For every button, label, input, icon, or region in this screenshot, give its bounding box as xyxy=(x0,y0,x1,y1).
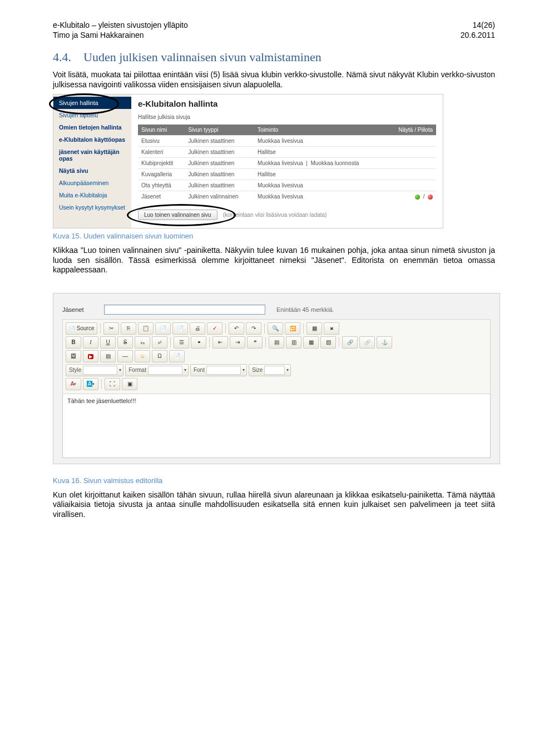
section-number: 4.4. xyxy=(53,50,71,64)
size-select[interactable]: Size▾ xyxy=(249,364,291,376)
align-left-icon[interactable] xyxy=(269,336,284,349)
format-select[interactable]: Format▾ xyxy=(125,364,189,376)
table-row: Etusivu Julkinen staattinen Muokkaa live… xyxy=(138,136,436,147)
link-muokkaa-luonnosta[interactable]: Muokkaa luonnosta xyxy=(311,160,359,166)
sidebar-item-omien-tietojen[interactable]: Omien tietojen hallinta xyxy=(53,121,131,133)
page-break-icon[interactable] xyxy=(169,350,185,362)
section-heading: 4.4.Uuden julkisen valinnaisen sivun val… xyxy=(53,50,495,64)
sidebar-item-ukk[interactable]: Usein kysytyt kysymykset xyxy=(53,201,131,213)
panel-subtitle: Hallitse julkisia sivuja xyxy=(138,114,436,120)
visibility-toggle[interactable]: / xyxy=(415,193,433,200)
hr-icon[interactable] xyxy=(117,350,133,362)
bg-color-icon[interactable]: ▾ xyxy=(83,378,98,390)
page-name-input[interactable] xyxy=(104,305,265,315)
find-icon[interactable] xyxy=(268,322,283,335)
figure-15-caption: Kuva 15. Uuden valinnaisen sivun luomine… xyxy=(53,232,495,240)
subscript-icon[interactable] xyxy=(135,336,150,349)
show-blocks-icon[interactable] xyxy=(122,378,137,390)
paste-word-icon[interactable] xyxy=(172,322,188,335)
select-all-icon[interactable] xyxy=(306,322,322,335)
name-hint: Enintään 45 merkkiä. xyxy=(276,306,334,313)
superscript-icon[interactable] xyxy=(152,336,167,349)
editor-content[interactable]: Tähän tee jäsenluettelo!!! xyxy=(62,394,491,458)
remove-format-icon[interactable] xyxy=(324,322,339,335)
anchor-icon[interactable] xyxy=(377,336,392,349)
header-page: 14(26) xyxy=(461,20,495,30)
strike-icon[interactable] xyxy=(117,336,133,349)
table-icon[interactable] xyxy=(100,350,116,362)
sidebar-item-nayta-sivu[interactable]: Näytä sivu xyxy=(53,165,131,177)
col-sivun-tyyppi: Sivun tyyppi xyxy=(185,125,255,136)
col-nayta-piilota: Näytä / Piilota xyxy=(386,125,436,136)
pages-table: Sivun nimi Sivun tyyppi Toiminto Näytä /… xyxy=(138,125,436,202)
sidebar-item-label: Sivujen hallinta xyxy=(59,100,98,106)
paste-text-icon[interactable] xyxy=(155,322,171,335)
paste-icon[interactable] xyxy=(138,322,154,335)
source-button[interactable]: Source xyxy=(66,322,97,335)
table-row: Kalenteri Julkinen staattinen Hallitse xyxy=(138,147,436,158)
style-select[interactable]: Style▾ xyxy=(66,364,123,376)
sidebar-item-alkuunpaaseminen[interactable]: Alkuunpääseminen xyxy=(53,177,131,189)
editor-toolbar: Source xyxy=(62,319,491,394)
italic-icon[interactable] xyxy=(83,336,98,349)
table-row: Jäsenet Julkinen valinnainen Muokkaa liv… xyxy=(138,191,436,202)
sidebar-item-muita-klubitaloja[interactable]: Muita e-Klubitaloja xyxy=(53,189,131,201)
create-optional-page-button[interactable]: Luo toinen valinnainen sivu xyxy=(138,210,217,220)
sidebar: Sivujen hallinta Sivujen lajittelu Omien… xyxy=(53,94,131,228)
underline-icon[interactable] xyxy=(100,336,116,349)
undo-icon[interactable] xyxy=(229,322,244,335)
name-field-label: Jäsenet xyxy=(62,306,93,313)
link-hallitse[interactable]: Hallitse xyxy=(258,171,276,177)
header-date: 20.6.2011 xyxy=(461,30,495,40)
link-muokkaa[interactable]: Muokkaa livesivua xyxy=(258,182,303,188)
replace-icon[interactable] xyxy=(285,322,300,335)
create-hint: (korkeintaan viisi lisäsivua voidaan lad… xyxy=(223,212,327,218)
image-icon[interactable] xyxy=(66,350,81,362)
outdent-icon[interactable] xyxy=(212,336,228,349)
sidebar-item-sivujen-lajittelu[interactable]: Sivujen lajittelu xyxy=(53,109,131,121)
indent-icon[interactable] xyxy=(230,336,245,349)
table-row: Klubiprojektit Julkinen staattinen Muokk… xyxy=(138,158,436,169)
figure-16-caption: Kuva 16. Sivun valmistus editorilla xyxy=(53,476,495,485)
paragraph-1: Voit lisätä, muokata tai piilottaa enint… xyxy=(53,70,495,89)
screenshot-admin-panel: Sivujen hallinta Sivujen lajittelu Omien… xyxy=(53,94,443,228)
col-toiminto: Toiminto xyxy=(254,125,386,136)
sidebar-item-kayttoopas[interactable]: e-Klubitalon käyttöopas xyxy=(53,133,131,146)
smiley-icon[interactable] xyxy=(135,350,150,362)
col-sivun-nimi: Sivun nimi xyxy=(138,125,185,136)
spellcheck-icon[interactable] xyxy=(207,322,222,335)
text-color-icon[interactable]: ▾ xyxy=(66,378,81,390)
ordered-list-icon[interactable] xyxy=(174,336,189,349)
flash-icon[interactable] xyxy=(83,350,98,362)
bold-icon[interactable] xyxy=(66,336,81,349)
sidebar-item-jasenet-opas[interactable]: jäsenet vain käyttäjän opas xyxy=(53,146,131,165)
link-muokkaa[interactable]: Muokkaa livesivua xyxy=(258,193,303,200)
section-title: Uuden julkisen valinnaisen sivun valmist… xyxy=(83,50,322,64)
table-row: Ota yhteyttä Julkinen staattinen Muokkaa… xyxy=(138,180,436,191)
maximize-icon[interactable] xyxy=(105,378,120,390)
link-muokkaa[interactable]: Muokkaa livesivua xyxy=(258,138,303,144)
cut-icon[interactable] xyxy=(103,322,119,335)
header-title: e-Klubitalo – yleisten sivustojen ylläpi… xyxy=(53,20,188,30)
link-hallitse[interactable]: Hallitse xyxy=(258,149,276,155)
unordered-list-icon[interactable] xyxy=(191,336,206,349)
align-right-icon[interactable] xyxy=(303,336,319,349)
sidebar-item-sivujen-hallinta[interactable]: Sivujen hallinta xyxy=(53,97,131,109)
header-authors: Timo ja Sami Hakkarainen xyxy=(53,30,188,40)
font-select[interactable]: Font▾ xyxy=(190,364,247,376)
align-center-icon[interactable] xyxy=(286,336,301,349)
redo-icon[interactable] xyxy=(246,322,261,335)
page-header: e-Klubitalo – yleisten sivustojen ylläpi… xyxy=(53,20,495,40)
unlink-icon[interactable] xyxy=(359,336,375,349)
print-icon[interactable] xyxy=(190,322,205,335)
show-icon xyxy=(415,195,420,200)
link-icon[interactable] xyxy=(342,336,358,349)
blockquote-icon[interactable] xyxy=(247,336,263,349)
link-muokkaa[interactable]: Muokkaa livesivua xyxy=(258,160,303,166)
special-char-icon[interactable] xyxy=(152,350,167,362)
panel-title: e-Klubitalon hallinta xyxy=(138,99,436,108)
copy-icon[interactable] xyxy=(121,322,136,335)
table-row: Kuvagalleria Julkinen staattinen Hallits… xyxy=(138,169,436,180)
hide-icon xyxy=(428,195,433,200)
align-justify-icon[interactable] xyxy=(320,336,336,349)
